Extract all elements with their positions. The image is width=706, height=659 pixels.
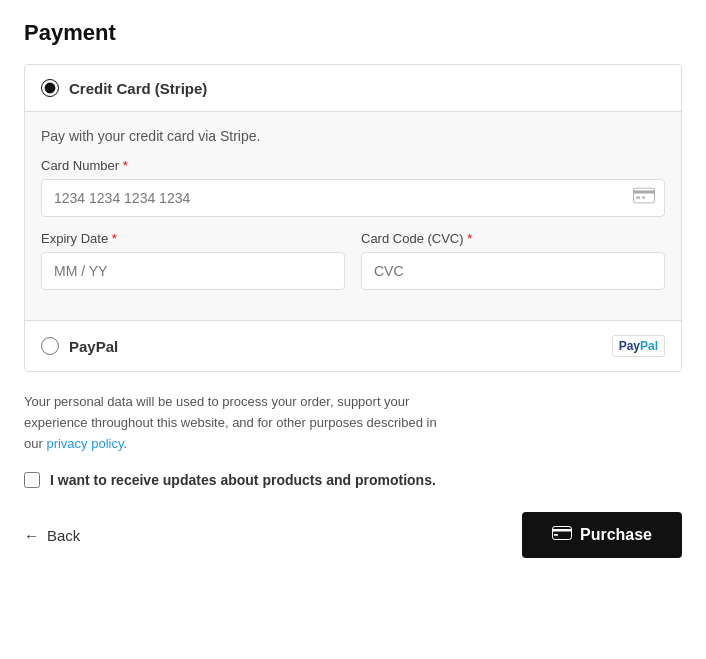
card-number-group: Card Number * (41, 158, 665, 217)
card-number-wrapper (41, 179, 665, 217)
svg-rect-0 (634, 188, 655, 203)
svg-rect-6 (554, 534, 558, 536)
stripe-form: Pay with your credit card via Stripe. Ca… (25, 112, 681, 321)
purchase-card-icon (552, 526, 572, 544)
svg-rect-1 (633, 191, 655, 194)
card-number-required: * (119, 158, 128, 173)
card-number-input[interactable] (41, 179, 665, 217)
paypal-option[interactable]: PayPal PayPal (25, 321, 681, 371)
payment-box: Credit Card (Stripe) Pay with your credi… (24, 64, 682, 372)
cvc-input[interactable] (361, 252, 665, 290)
updates-label[interactable]: I want to receive updates about products… (50, 472, 436, 488)
page-title: Payment (24, 20, 682, 46)
purchase-label: Purchase (580, 526, 652, 544)
paypal-logo: PayPal (612, 335, 665, 357)
back-arrow-icon: ← (24, 527, 39, 544)
card-number-label: Card Number * (41, 158, 665, 173)
paypal-pal: Pal (640, 339, 658, 353)
actions-row: ← Back Purchase (24, 512, 682, 558)
svg-rect-4 (552, 527, 571, 540)
expiry-group: Expiry Date * (41, 231, 345, 290)
privacy-text: Your personal data will be used to proce… (24, 392, 444, 454)
svg-rect-2 (636, 197, 640, 199)
expiry-cvc-row: Expiry Date * Card Code (CVC) * (41, 231, 665, 304)
paypal-pay: Pay (619, 339, 640, 353)
cvc-group: Card Code (CVC) * (361, 231, 665, 290)
card-icon (633, 188, 655, 209)
credit-card-radio[interactable] (41, 79, 59, 97)
updates-checkbox[interactable] (24, 472, 40, 488)
credit-card-label[interactable]: Credit Card (Stripe) (69, 80, 665, 97)
svg-rect-3 (642, 197, 645, 199)
updates-row: I want to receive updates about products… (24, 472, 682, 488)
svg-rect-5 (552, 529, 572, 532)
privacy-policy-link[interactable]: privacy policy (46, 436, 123, 451)
stripe-description: Pay with your credit card via Stripe. (41, 128, 665, 144)
expiry-label: Expiry Date * (41, 231, 345, 246)
paypal-label[interactable]: PayPal (69, 338, 602, 355)
back-label: Back (47, 527, 80, 544)
privacy-suffix: . (123, 436, 127, 451)
expiry-input[interactable] (41, 252, 345, 290)
back-button[interactable]: ← Back (24, 527, 80, 544)
cvc-label: Card Code (CVC) * (361, 231, 665, 246)
paypal-badge: PayPal (612, 335, 665, 357)
credit-card-option[interactable]: Credit Card (Stripe) (25, 65, 681, 112)
paypal-radio[interactable] (41, 337, 59, 355)
purchase-button[interactable]: Purchase (522, 512, 682, 558)
